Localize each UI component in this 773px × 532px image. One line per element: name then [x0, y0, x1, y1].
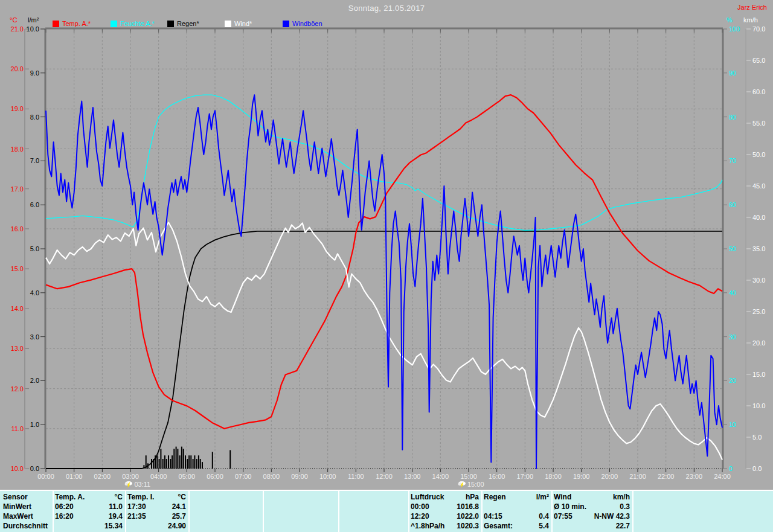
- axis-tick-label: 19:00: [573, 473, 590, 480]
- series-rain-bar: [193, 459, 194, 469]
- axis-tick-label: 14.0: [11, 305, 24, 312]
- table-cell-value: 19.4: [109, 511, 123, 521]
- table-cell-row: [484, 502, 549, 511]
- table-cell-row: 17:3024.1: [127, 502, 186, 511]
- series-rain-bar: [166, 459, 167, 469]
- table-col-header: LuftdruckhPa: [411, 492, 479, 502]
- axis-tick-label: 10.0: [11, 465, 24, 472]
- table-col-regen: Regenl/m²04:150.4Gesamt:5.4: [484, 492, 549, 531]
- axis-tick-label: 16:00: [489, 473, 505, 480]
- table-cell-row: [341, 521, 408, 531]
- axis-tick-label: 4.0: [30, 289, 39, 296]
- table-cell-time: Ø 10 min.: [554, 502, 586, 511]
- axis-tick-label: 13.0: [11, 345, 24, 352]
- axis-tick-label: 0: [729, 465, 733, 472]
- axis-tick-label: 18:00: [545, 473, 562, 480]
- event-marker-time: 15:00: [467, 481, 484, 488]
- series-rain-bar: [160, 449, 161, 469]
- axis-tick-label: 15.0: [752, 371, 765, 378]
- axis-tick-label: 5.0: [752, 434, 762, 441]
- table-col-header: Windkm/h: [554, 492, 630, 502]
- series-rain-bar: [159, 459, 160, 469]
- table-row-label: Sensor: [3, 492, 50, 502]
- table-col-empty: [341, 492, 408, 531]
- axis-tick-label: 70.0: [752, 25, 765, 33]
- series-rain-bar: [176, 447, 177, 469]
- table-col-header: Temp. A.°C: [55, 492, 123, 502]
- table-col-header: Temp. I.°C: [127, 492, 186, 502]
- axis-tick-label: 3.0: [30, 333, 39, 341]
- table-cell-row: 15.34: [55, 521, 123, 531]
- table-col-temp-i-: Temp. I.°C17:3024.121:3525.724.90: [127, 492, 186, 531]
- series-rain-bar: [179, 455, 181, 469]
- table-separator: [125, 491, 126, 532]
- axis-tick-label: 22:00: [658, 473, 675, 480]
- axis-tick-label: 50.0: [752, 151, 765, 158]
- table-cell-value: 11.0: [109, 502, 123, 511]
- axis-tick-label: 12:00: [376, 473, 393, 480]
- axis-tick-label: 23:00: [686, 473, 703, 480]
- axis-tick-label: 55.0: [752, 120, 765, 127]
- table-col-unit: l/m²: [536, 492, 549, 502]
- axis-tick-label: 12.0: [11, 385, 24, 393]
- axis-tick-label: 05:00: [179, 473, 196, 480]
- table-separator: [551, 491, 553, 532]
- axis-tick-label: 15:00: [460, 473, 477, 480]
- axis-tick-label: 09:00: [291, 473, 308, 480]
- table-cell-row: [341, 511, 408, 521]
- series-feuchte-a--line: [46, 95, 722, 230]
- axis-tick-label: 100: [729, 25, 740, 33]
- axis-tick-label: 06:00: [207, 473, 223, 480]
- table-cell-value: 22.7: [616, 521, 630, 531]
- axis-tick-label: 20.0: [752, 339, 765, 347]
- table-cell-row: 04:150.4: [484, 511, 549, 521]
- table-cell-row: [341, 502, 408, 511]
- table-col-title: Luftdruck: [411, 492, 444, 502]
- axis-tick-label: 21:00: [629, 473, 646, 480]
- table-col-title: Wind: [554, 492, 571, 502]
- table-cell-value: 1020.3: [457, 521, 479, 531]
- series-rain-bar: [181, 447, 182, 469]
- axis-tick-label: 9.0: [30, 69, 39, 77]
- table-col-title: Temp. A.: [55, 492, 85, 502]
- table-cell-row: 21:3525.7: [127, 511, 186, 521]
- table-cell-value: 25.7: [172, 511, 186, 521]
- axis-tick-label: 0.0: [752, 465, 762, 472]
- table-col-unit: °C: [178, 492, 186, 502]
- table-col-wind: Windkm/hØ 10 min.0.307:55N-NW 42.322.7: [554, 492, 630, 531]
- axis-tick-label: 16.0: [11, 225, 24, 232]
- table-row-label: MaxWert: [3, 511, 50, 521]
- table-row-labels: SensorMinWertMaxWertDurchschnitt: [3, 492, 50, 531]
- axis-tick-label: 60: [729, 201, 736, 208]
- axis-tick-label: 19.0: [11, 105, 24, 112]
- table-cell-row: 00:001016.8: [411, 502, 479, 511]
- axis-tick-label: 07:00: [235, 473, 252, 480]
- table-cell-time: 00:00: [411, 502, 429, 511]
- axis-tick-label: 10.0: [752, 402, 765, 409]
- series-rain-bar: [229, 450, 231, 469]
- axis-tick-label: 8.0: [30, 114, 39, 121]
- table-cell-time: 21:35: [127, 511, 146, 521]
- table-cell-value: 15.34: [104, 521, 123, 531]
- series-rain-bar: [156, 455, 158, 469]
- table-separator: [408, 491, 409, 532]
- storm-icon: [458, 480, 466, 489]
- series-rain-bar: [170, 459, 171, 469]
- axis-tick-label: 17.0: [11, 185, 24, 193]
- axis-tick-label: 20:00: [601, 473, 618, 480]
- table-separator: [53, 491, 54, 532]
- table-cell-value: 5.4: [539, 521, 549, 531]
- axis-tick-label: 35.0: [752, 245, 765, 252]
- series-rain-bar: [196, 459, 197, 469]
- table-cell-row: Gesamt:5.4: [484, 521, 549, 531]
- axis-tick-label: 17:00: [517, 473, 534, 480]
- table-separator: [338, 491, 339, 532]
- series-rain-bar: [172, 455, 173, 469]
- series-rain-bar: [187, 459, 188, 469]
- axis-tick-label: 14:00: [432, 473, 449, 480]
- series-rain-bar: [202, 462, 203, 469]
- series-rain-bar: [177, 449, 178, 469]
- series-rain-bar: [173, 449, 175, 469]
- table-cell-row: [191, 521, 260, 531]
- axis-tick-label: 18.0: [11, 146, 24, 153]
